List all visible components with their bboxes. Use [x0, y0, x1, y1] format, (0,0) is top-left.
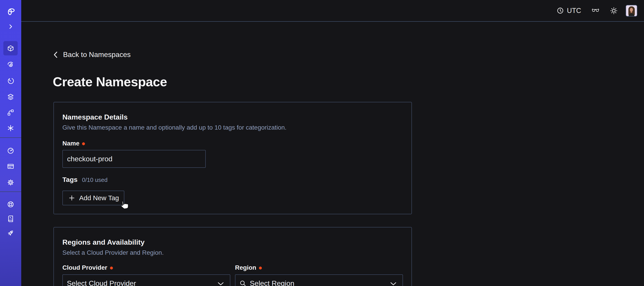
tags-row: Tags 0/10 used: [62, 176, 403, 183]
cloud-provider-select[interactable]: Select Cloud Provider: [62, 274, 230, 286]
gear-settings-icon[interactable]: [0, 179, 21, 186]
region-field: Region Select Region: [235, 264, 403, 286]
page-title: Create Namespace: [53, 74, 167, 89]
add-new-tag-label: Add New Tag: [79, 194, 119, 202]
card-subtitle: Give this Namespace a name and optionall…: [62, 124, 403, 131]
branch-icon[interactable]: [0, 109, 21, 116]
sidebar-divider: [0, 192, 21, 192]
timer-icon[interactable]: [0, 77, 21, 85]
add-new-tag-button[interactable]: Add New Tag: [62, 191, 124, 205]
back-link-label: Back to Namespaces: [63, 50, 130, 59]
card-title: Namespace Details: [62, 113, 403, 121]
clock-icon: [556, 7, 564, 14]
cloud-provider-field: Cloud Provider Select Cloud Provider: [62, 264, 230, 286]
card-subtitle: Select a Cloud Provider and Region.: [62, 249, 403, 257]
book-docs-icon[interactable]: [0, 215, 21, 222]
region-label: Region: [235, 264, 403, 271]
glasses-icon[interactable]: [592, 8, 599, 13]
asterisk-icon[interactable]: [0, 124, 21, 132]
user-avatar[interactable]: [626, 5, 637, 16]
temporal-logo-icon[interactable]: [0, 7, 21, 15]
required-dot: [259, 267, 262, 270]
sidebar-divider: [0, 137, 21, 138]
tags-usage-counter: 0/10 used: [82, 177, 108, 183]
plus-icon: [69, 195, 75, 201]
sidebar-expand-chevron-icon[interactable]: [0, 23, 21, 30]
name-field-label: Name: [62, 140, 403, 147]
required-dot: [110, 267, 113, 270]
sidebar: [0, 0, 21, 286]
namespace-details-card: Namespace Details Give this Namespace a …: [54, 102, 412, 214]
top-bar: UTC: [21, 0, 644, 22]
gauge-usage-icon[interactable]: [0, 147, 21, 154]
timezone-label: UTC: [567, 7, 581, 15]
sun-theme-icon[interactable]: [610, 7, 618, 15]
search-icon: [240, 280, 246, 286]
card-title: Regions and Availability: [62, 238, 403, 246]
chevron-down-icon: [390, 282, 397, 286]
region-select[interactable]: Select Region: [235, 274, 403, 286]
required-dot: [82, 142, 85, 145]
chevron-left-icon: [53, 51, 58, 58]
lifebuoy-support-icon[interactable]: [0, 201, 21, 208]
tags-label: Tags: [62, 176, 78, 183]
back-to-namespaces-link[interactable]: Back to Namespaces: [53, 50, 130, 59]
namespace-name-input[interactable]: [62, 150, 206, 168]
chevron-down-icon: [217, 282, 224, 286]
rocket-icon[interactable]: [0, 229, 21, 237]
credit-card-billing-icon[interactable]: [0, 163, 21, 170]
timezone-selector[interactable]: UTC: [556, 7, 581, 15]
cloud-provider-label: Cloud Provider: [62, 264, 230, 271]
regions-availability-card: Regions and Availability Select a Cloud …: [54, 227, 412, 286]
region-placeholder: Select Region: [250, 279, 294, 286]
spiral-icon[interactable]: [0, 61, 21, 68]
cube-namespaces-icon[interactable]: [0, 45, 21, 52]
cloud-provider-placeholder: Select Cloud Provider: [67, 279, 136, 286]
layers-icon[interactable]: [0, 93, 21, 101]
